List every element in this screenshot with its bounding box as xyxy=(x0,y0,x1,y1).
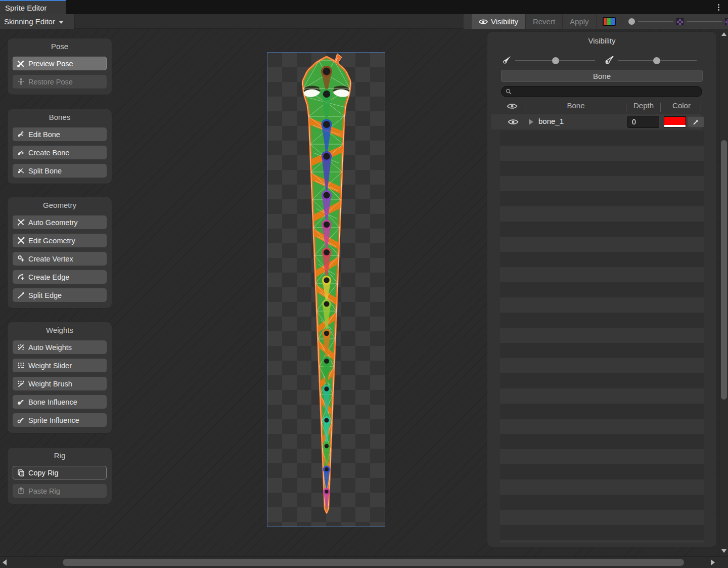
horizontal-scrollbar-thumb[interactable] xyxy=(63,559,684,566)
bone-table-header: Bone Depth Color xyxy=(487,101,716,114)
bone-opacity-slider[interactable] xyxy=(515,57,595,64)
auto-weights-label: Auto Weights xyxy=(28,343,72,352)
bone-name: bone_1 xyxy=(538,117,564,125)
bone-opacity-filled-icon xyxy=(502,54,513,65)
panel-rig-title: Rig xyxy=(54,451,66,460)
title-bar: Sprite Editor xyxy=(0,0,728,14)
header-bone: Bone xyxy=(548,101,604,110)
weight-brush-icon xyxy=(17,380,25,387)
panel-bones: Bones Edit Bone Create Bone Split Bone xyxy=(7,109,112,184)
split-edge-button[interactable]: Split Edge xyxy=(13,288,107,302)
scroll-right-arrow-icon[interactable] xyxy=(711,559,715,565)
skinning-editor-dropdown-label: Skinning Editor xyxy=(4,17,55,26)
vertical-scrollbar[interactable] xyxy=(719,29,728,556)
tab-sprite-editor[interactable]: Sprite Editor xyxy=(0,0,66,14)
edit-geometry-icon xyxy=(17,237,25,244)
scroll-left-arrow-icon[interactable] xyxy=(3,559,7,565)
chevron-down-icon xyxy=(59,21,64,24)
create-bone-icon xyxy=(17,149,25,156)
skinning-editor-dropdown[interactable]: Skinning Editor xyxy=(0,14,75,29)
visibility-toggle-label: Visibility xyxy=(491,17,518,26)
sprite-canvas[interactable] xyxy=(267,52,385,527)
create-edge-button[interactable]: Create Edge xyxy=(13,270,107,284)
bone-tab-label: Bone xyxy=(593,72,611,80)
create-vertex-button[interactable]: Create Vertex xyxy=(13,252,107,266)
panel-geometry-title: Geometry xyxy=(43,201,76,209)
bone-visibility-eye-icon[interactable] xyxy=(508,118,519,125)
copy-rig-button[interactable]: Copy Rig xyxy=(13,466,107,479)
bone-search-field xyxy=(501,86,702,97)
paste-rig-icon xyxy=(17,487,25,495)
bone-tab-button[interactable]: Bone xyxy=(501,70,703,82)
tab-sprite-editor-label: Sprite Editor xyxy=(5,4,47,12)
preview-pose-button[interactable]: Preview Pose xyxy=(13,57,107,70)
weight-slider-label: Weight Slider xyxy=(28,362,72,370)
panel-bones-title: Bones xyxy=(49,113,71,121)
scroll-down-arrow-icon[interactable] xyxy=(721,549,726,553)
edit-bone-button[interactable]: Edit Bone xyxy=(13,127,107,141)
sprite-opacity-slider-knob[interactable] xyxy=(628,18,635,25)
split-bone-button[interactable]: Split Bone xyxy=(13,164,107,178)
restore-pose-button[interactable]: Restore Pose xyxy=(13,75,107,89)
copy-rig-icon xyxy=(17,469,25,476)
transparency-checker-icon xyxy=(725,18,728,25)
split-edge-icon xyxy=(17,291,25,299)
edit-geometry-label: Edit Geometry xyxy=(28,237,75,245)
split-bone-icon xyxy=(17,167,25,174)
create-bone-label: Create Bone xyxy=(28,149,69,157)
split-bone-label: Split Bone xyxy=(28,167,62,175)
eyedropper-button[interactable] xyxy=(687,116,704,127)
mesh-opacity-slider[interactable] xyxy=(687,21,722,22)
preview-pose-icon xyxy=(17,60,25,67)
scroll-up-arrow-icon[interactable] xyxy=(721,32,726,36)
panel-pose-title: Pose xyxy=(51,42,68,51)
weight-slider-button[interactable]: Weight Slider xyxy=(13,359,107,372)
visibility-panel: Visibility Bone xyxy=(487,31,717,547)
rgb-color-swatch-icon[interactable] xyxy=(603,17,616,26)
vertical-scrollbar-thumb[interactable] xyxy=(721,140,727,400)
paste-rig-button[interactable]: Paste Rig xyxy=(13,484,107,498)
search-input[interactable] xyxy=(515,88,698,96)
split-edge-label: Split Edge xyxy=(28,291,62,299)
header-depth: Depth xyxy=(630,101,657,110)
edit-geometry-button[interactable]: Edit Geometry xyxy=(13,234,107,247)
sprite-influence-label: Sprite Influence xyxy=(28,416,79,424)
create-vertex-label: Create Vertex xyxy=(28,255,73,263)
revert-label: Revert xyxy=(533,17,555,26)
mesh-opacity-slider-knob[interactable] xyxy=(653,57,660,64)
panel-geometry: Geometry Auto Geometry Edit Geometry Cre… xyxy=(7,197,112,309)
paste-rig-label: Paste Rig xyxy=(28,487,60,495)
create-bone-button[interactable]: Create Bone xyxy=(13,146,107,159)
toolbar-right: Visibility Revert Apply xyxy=(464,14,728,29)
revert-button[interactable]: Revert xyxy=(526,14,563,29)
restore-pose-icon xyxy=(17,78,25,85)
swatch-wrap xyxy=(597,14,622,29)
weight-brush-button[interactable]: Weight Brush xyxy=(13,377,107,390)
eye-icon xyxy=(479,19,488,25)
create-edge-icon xyxy=(17,273,25,281)
create-edge-label: Create Edge xyxy=(28,273,69,281)
auto-geometry-label: Auto Geometry xyxy=(28,219,78,227)
auto-weights-button[interactable]: Auto Weights xyxy=(13,340,107,354)
panel-weights-title: Weights xyxy=(46,326,73,334)
mesh-opacity-slider[interactable] xyxy=(618,57,697,64)
bone-color-swatch[interactable] xyxy=(664,116,686,127)
weight-slider-icon xyxy=(17,362,25,369)
apply-button[interactable]: Apply xyxy=(563,14,597,29)
sprite-influence-icon xyxy=(17,416,25,424)
panel-weights: Weights Auto Weights Weight Slider Weigh… xyxy=(7,322,112,433)
auto-geometry-button[interactable]: Auto Geometry xyxy=(13,215,107,229)
bone-influence-button[interactable]: Bone Influence xyxy=(13,395,107,409)
horizontal-scrollbar[interactable] xyxy=(0,556,728,568)
sprite-influence-button[interactable]: Sprite Influence xyxy=(13,413,107,427)
visibility-toggle-button[interactable]: Visibility xyxy=(472,14,526,29)
panel-rig: Rig Copy Rig Paste Rig xyxy=(7,447,112,504)
sprite-opacity-slider[interactable] xyxy=(638,21,673,22)
kebab-menu-icon[interactable] xyxy=(715,3,722,12)
auto-weights-icon xyxy=(17,343,25,351)
mesh-opacity-outline-icon xyxy=(604,54,615,65)
bone-depth-input[interactable] xyxy=(627,116,659,128)
bone-influence-label: Bone Influence xyxy=(28,398,77,406)
bone-opacity-slider-knob[interactable] xyxy=(552,57,559,64)
disclosure-triangle-icon[interactable] xyxy=(529,119,533,125)
